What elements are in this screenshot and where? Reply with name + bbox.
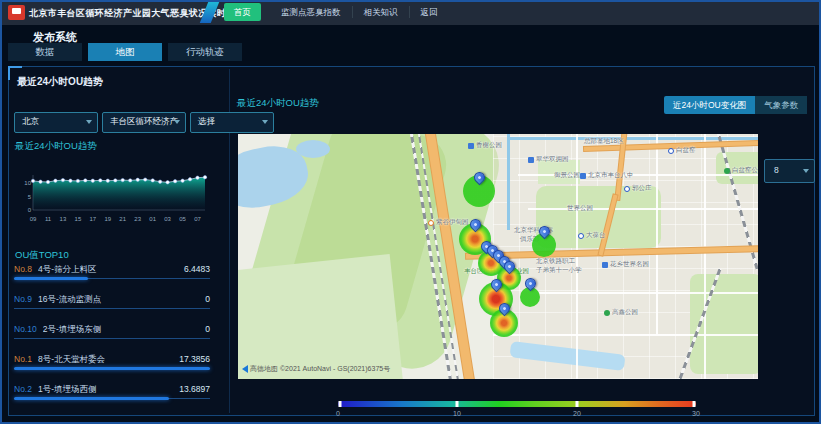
top-item-label: No.916号-流动监测点0 <box>14 294 210 306</box>
top-item-name: 8号-北天堂村委会 <box>38 354 179 366</box>
map-street <box>656 134 658 334</box>
top-item-rank: No.8 <box>14 264 32 276</box>
top-item-value: 0 <box>205 294 210 306</box>
legend-tick-mark <box>576 401 579 407</box>
map-label: 紫谷伊甸园 <box>428 218 469 227</box>
svg-text:13: 13 <box>60 216 67 222</box>
legend-tick-mark <box>456 401 459 407</box>
park-icon <box>724 168 730 174</box>
top-list: No.84号-筛分上料区6.4483No.916号-流动监测点0No.102号-… <box>14 262 210 412</box>
top-list-item: No.102号-填埋场东侧0 <box>14 322 210 352</box>
chevron-down-icon <box>174 120 180 124</box>
map-label: 花乡世界名园 <box>602 260 649 269</box>
map-button-0[interactable]: 近24小时OU变化图 <box>664 96 755 114</box>
top-item-rank: No.2 <box>14 384 32 396</box>
panel-title: 最近24小时OU趋势 <box>17 75 103 89</box>
legend-tick-label: 30 <box>692 410 700 417</box>
filter-select-2[interactable]: 选择 <box>190 112 274 133</box>
publish-tab-2[interactable]: 行动轨迹 <box>168 43 242 61</box>
filter-select-value: 北京 <box>22 116 39 126</box>
publish-tab-0[interactable]: 数据 <box>8 43 82 61</box>
blue-icon <box>528 157 534 163</box>
svg-text:03: 03 <box>164 216 171 222</box>
top-item-value: 17.3856 <box>179 354 210 366</box>
publish-tab-1[interactable]: 地图 <box>88 43 162 61</box>
map-label-text: 翠华双拥园 <box>536 155 569 164</box>
map-label-text: 子弟第十一小学 <box>536 266 582 275</box>
top-item-value: 6.4483 <box>184 264 210 276</box>
map-label-text: 北京市丰台八中 <box>588 171 634 180</box>
top-item-label: No.84号-筛分上料区6.4483 <box>14 264 210 276</box>
map-label-text: 紫谷伊甸园 <box>436 218 469 227</box>
filter-select-value: 选择 <box>198 116 215 126</box>
top-item-bar-fill <box>14 277 88 280</box>
top-item-bar-track <box>14 338 210 339</box>
header-bar: 北京市丰台区循环经济产业园大气恶臭状况实时 首页监测点恶臭指数相关知识返回 <box>0 0 821 25</box>
map-label: 郭公庄 <box>624 184 652 193</box>
main-panel: 最近24小时OU趋势 北京丰台区循环经济产选择 最近24小时OU趋势 05100… <box>8 66 815 416</box>
metro-icon <box>578 233 584 239</box>
map-label: 白盆窑公园 <box>724 166 758 175</box>
map-canvas[interactable]: 香榭公园翠华双拥园御景公园世界公园总部基地18区白盆窑白盆窑公园北京市丰台八中郭… <box>238 134 758 379</box>
svg-text:19: 19 <box>104 216 111 222</box>
nav-item-1[interactable]: 监测点恶臭指数 <box>270 6 352 18</box>
chevron-down-icon <box>803 169 809 173</box>
map-park-area <box>238 254 405 379</box>
top-item-rank: No.10 <box>14 324 37 336</box>
top-list-title: OU值TOP10 <box>15 249 69 262</box>
nav-item-3[interactable]: 返回 <box>409 6 449 18</box>
trend-chart-label: 最近24小时OU趋势 <box>15 140 97 153</box>
map-attribution: 高德地图 ©2021 AutoNavi - GS(2021)6375号 <box>242 364 390 374</box>
nav-item-0[interactable]: 首页 <box>224 3 261 21</box>
dashboard-page: 北京市丰台区循环经济产业园大气恶臭状况实时 首页监测点恶臭指数相关知识返回 发布… <box>0 0 821 424</box>
hour-select-value: 8 <box>774 165 779 175</box>
publish-tabs: 数据地图行动轨迹 <box>8 43 242 61</box>
metro-icon <box>624 186 630 192</box>
app-title: 北京市丰台区循环经济产业园大气恶臭状况实时 <box>29 7 226 20</box>
map-label: 御景公园 <box>554 171 580 180</box>
map-label-text: 世界公园 <box>567 204 593 213</box>
map-lake <box>296 140 330 158</box>
map-buttons: 近24小时OU变化图气象参数 <box>664 96 807 114</box>
legend-tick-label: 10 <box>453 410 461 417</box>
map-label-text: 香榭公园 <box>476 141 502 150</box>
chevron-down-icon <box>262 120 268 124</box>
svg-text:10: 10 <box>24 180 31 186</box>
map-label-text: 白盆窑 <box>676 146 696 155</box>
map-street <box>493 334 758 336</box>
top-item-rank: No.1 <box>14 354 32 366</box>
top-item-rank: No.9 <box>14 294 32 306</box>
map-label: 高鑫公园 <box>604 308 638 317</box>
header-nav: 首页监测点恶臭指数相关知识返回 <box>224 3 449 21</box>
top-item-bar-track <box>14 308 210 309</box>
svg-text:11: 11 <box>45 216 52 222</box>
map-label-text: 花乡世界名园 <box>610 260 649 269</box>
filter-select-1[interactable]: 丰台区循环经济产 <box>102 112 186 133</box>
top-item-label: No.21号-填埋场西侧13.6897 <box>14 384 210 396</box>
hour-select[interactable]: 8 <box>764 159 815 183</box>
heatmap-legend: 0102030 <box>338 401 696 419</box>
top-item-label: No.18号-北天堂村委会17.3856 <box>14 354 210 366</box>
scenic-icon <box>428 220 434 226</box>
map-button-1[interactable]: 气象参数 <box>755 96 807 114</box>
map-panel-title: 最近24小时OU趋势 <box>237 97 319 110</box>
map-label-text: 白盆窑公园 <box>732 166 758 175</box>
chevron-down-icon <box>86 120 92 124</box>
filter-select-0[interactable]: 北京 <box>14 112 98 133</box>
map-label: 总部基地18区 <box>584 137 624 146</box>
map-label: 北京铁路职工 <box>536 257 575 266</box>
svg-text:01: 01 <box>149 216 156 222</box>
map-label-text: 北京铁路职工 <box>536 257 575 266</box>
legend-tick-label: 20 <box>573 410 581 417</box>
map-label-text: 大葆台 <box>586 231 606 240</box>
top-item-bar-fill <box>14 397 169 400</box>
nav-item-2[interactable]: 相关知识 <box>352 6 409 18</box>
svg-text:21: 21 <box>119 216 126 222</box>
blue-icon <box>580 173 586 179</box>
map-label: 北京市丰台八中 <box>580 171 634 180</box>
top-item-name: 16号-流动监测点 <box>38 294 205 306</box>
top-item-value: 0 <box>205 324 210 336</box>
top-item-name: 1号-填埋场西侧 <box>38 384 179 396</box>
autonavi-logo-icon <box>242 365 248 373</box>
map-attribution-text: 高德地图 ©2021 AutoNavi - GS(2021)6375号 <box>250 364 390 374</box>
